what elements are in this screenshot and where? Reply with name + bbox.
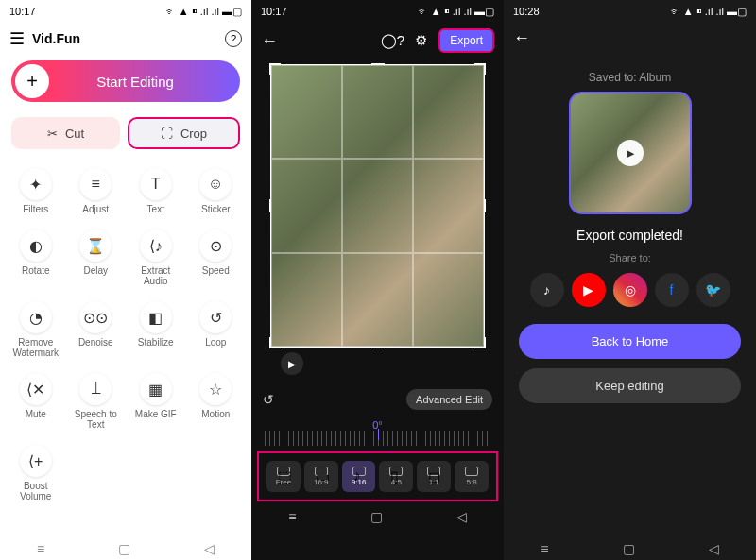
menu-icon[interactable]: ☰ bbox=[9, 28, 25, 49]
pane-crop-editor: 10:17 ᯤ ▲ ◧ .ıl .ıl ▬▢ ← ◯? ⚙ Export ▶ ↺… bbox=[251, 0, 504, 560]
crop-handle-tr[interactable] bbox=[474, 63, 486, 75]
gear-icon[interactable]: ⚙ bbox=[410, 30, 431, 51]
tool-extract-audio[interactable]: ⟨♪Extract Audio bbox=[126, 224, 186, 292]
ratio-9-16[interactable]: ♪9:16 bbox=[342, 461, 376, 492]
advanced-edit-button[interactable]: Advanced Edit bbox=[406, 389, 492, 410]
keep-editing-button[interactable]: Keep editing bbox=[519, 368, 741, 403]
nav-recent-icon[interactable]: ≡ bbox=[37, 541, 44, 556]
tool-label: Make GIF bbox=[135, 409, 177, 419]
ratio-label: 9:16 bbox=[352, 478, 367, 486]
tool-label: Delay bbox=[83, 265, 108, 276]
nav-home-icon[interactable]: ▢ bbox=[118, 541, 130, 556]
nav-home-icon[interactable]: ▢ bbox=[370, 509, 383, 524]
tool-icon: T bbox=[140, 168, 172, 200]
back-to-home-button[interactable]: Back to Home bbox=[519, 324, 741, 359]
crop-handle-tl[interactable] bbox=[269, 63, 281, 75]
tool-label: Stabilize bbox=[138, 337, 174, 348]
aspect-ratio-bar: ⬚Free▭16:9♪9:16▯4:5◻1:15:8 bbox=[257, 451, 498, 501]
tool-mute[interactable]: ⟨✕Mute bbox=[6, 367, 66, 435]
rotation-slider[interactable] bbox=[265, 431, 490, 446]
ratio-5-8[interactable]: 5:8 bbox=[455, 461, 489, 492]
crop-handle-bl[interactable] bbox=[269, 337, 281, 348]
nav-back-icon[interactable]: ◁ bbox=[456, 509, 467, 524]
tool-icon: ▦ bbox=[140, 373, 172, 405]
tool-speed[interactable]: ⊙Speed bbox=[186, 224, 247, 292]
tool-label: Extract Audio bbox=[129, 265, 182, 286]
tool-icon: ≡ bbox=[79, 168, 112, 200]
back-icon[interactable]: ← bbox=[261, 31, 278, 51]
tool-icon: ◔ bbox=[20, 301, 52, 333]
tool-denoise[interactable]: ⊙⊙Denoise bbox=[66, 296, 127, 364]
scissors-icon: ✂ bbox=[47, 127, 58, 141]
tool-text[interactable]: TText bbox=[126, 162, 186, 220]
crop-handle-bottom[interactable] bbox=[371, 347, 385, 348]
export-button[interactable]: Export bbox=[438, 28, 494, 53]
cut-button[interactable]: ✂ Cut bbox=[11, 117, 120, 149]
status-time: 10:17 bbox=[9, 6, 36, 17]
tool-loop[interactable]: ↺Loop bbox=[186, 296, 247, 364]
ratio-4-5[interactable]: ▯4:5 bbox=[379, 461, 413, 492]
tool-make-gif[interactable]: ▦Make GIF bbox=[126, 367, 186, 435]
crop-button[interactable]: ⛶ Crop bbox=[128, 117, 240, 149]
crop-handle-right[interactable] bbox=[484, 199, 486, 212]
tool-label: Remove Watermark bbox=[9, 337, 62, 358]
share-tt[interactable]: ♪ bbox=[530, 273, 564, 307]
tool-adjust[interactable]: ≡Adjust bbox=[66, 162, 127, 220]
ratio-1-1[interactable]: ◻1:1 bbox=[417, 461, 451, 492]
reset-rotation-icon[interactable]: ↺ bbox=[263, 392, 274, 407]
crop-preview[interactable]: ▶ bbox=[270, 64, 485, 348]
nav-recent-icon[interactable]: ≡ bbox=[541, 541, 548, 556]
tool-label: Adjust bbox=[82, 204, 109, 214]
tool-filters[interactable]: ✦Filters bbox=[6, 162, 66, 220]
video-thumbnail[interactable]: ▶ bbox=[569, 92, 692, 214]
share-yt[interactable]: ▶ bbox=[572, 273, 606, 307]
tool-sticker[interactable]: ☺Sticker bbox=[186, 162, 247, 220]
ratio-16-9[interactable]: ▭16:9 bbox=[304, 461, 338, 492]
tool-icon: ☆ bbox=[199, 373, 232, 405]
share-fb[interactable]: f bbox=[655, 273, 689, 307]
tool-label: Denoise bbox=[78, 337, 113, 348]
ratio-label: 5:8 bbox=[466, 478, 476, 486]
tool-icon: ◐ bbox=[20, 229, 52, 262]
help-icon[interactable]: ? bbox=[225, 30, 242, 47]
status-time: 10:28 bbox=[513, 6, 540, 17]
nav-back-icon[interactable]: ◁ bbox=[204, 541, 215, 556]
tool-icon: ⟨✕ bbox=[20, 373, 52, 405]
nav-recent-icon[interactable]: ≡ bbox=[288, 509, 296, 524]
crop-handle-top[interactable] bbox=[371, 63, 385, 65]
tool-boost-volume[interactable]: ⟨+Boost Volume bbox=[6, 439, 66, 507]
crop-handle-br[interactable] bbox=[474, 337, 486, 348]
play-button[interactable]: ▶ bbox=[281, 352, 303, 375]
nav-home-icon[interactable]: ▢ bbox=[623, 541, 635, 556]
crop-handle-left[interactable] bbox=[269, 199, 271, 212]
tool-label: Filters bbox=[23, 204, 48, 214]
share-tw[interactable]: 🐦 bbox=[696, 273, 730, 307]
start-editing-button[interactable]: + Start Editing bbox=[11, 60, 240, 102]
tool-remove-watermark[interactable]: ◔Remove Watermark bbox=[6, 296, 66, 364]
app-title: Vid.Fun bbox=[32, 31, 217, 46]
nav-back-icon[interactable]: ◁ bbox=[709, 541, 719, 556]
pane-home: 10:17 ᯤ ▲ ◧ .ıl .ıl ▬▢ ☰ Vid.Fun ? + Sta… bbox=[0, 0, 251, 560]
crop-label: Crop bbox=[180, 127, 207, 141]
ratio-free[interactable]: ⬚Free bbox=[266, 461, 301, 492]
crop-controls: ↺ Advanced Edit bbox=[251, 380, 504, 419]
tool-icon: ⟨+ bbox=[20, 445, 52, 477]
tool-label: Loop bbox=[205, 337, 226, 348]
tool-speech-to-text[interactable]: ⟘Speech to Text bbox=[66, 367, 127, 435]
help-icon[interactable]: ◯? bbox=[382, 30, 403, 51]
tool-icon: ↺ bbox=[199, 301, 232, 333]
tool-icon: ☺ bbox=[199, 168, 232, 200]
share-ig[interactable]: ◎ bbox=[613, 273, 647, 307]
status-time: 10:17 bbox=[261, 6, 287, 17]
editor-header: ← ◯? ⚙ Export bbox=[251, 23, 504, 59]
tool-label: Text bbox=[147, 204, 164, 214]
tool-rotate[interactable]: ◐Rotate bbox=[6, 224, 66, 292]
tool-label: Boost Volume bbox=[9, 481, 62, 501]
tool-icon: ⊙⊙ bbox=[79, 301, 112, 333]
tool-delay[interactable]: ⌛Delay bbox=[66, 224, 127, 292]
back-icon[interactable]: ← bbox=[513, 28, 530, 48]
play-icon: ▶ bbox=[617, 140, 644, 166]
tool-stabilize[interactable]: ◧Stabilize bbox=[126, 296, 186, 364]
tool-motion[interactable]: ☆Motion bbox=[186, 367, 247, 435]
android-nav: ≡ ▢ ◁ bbox=[0, 537, 251, 560]
